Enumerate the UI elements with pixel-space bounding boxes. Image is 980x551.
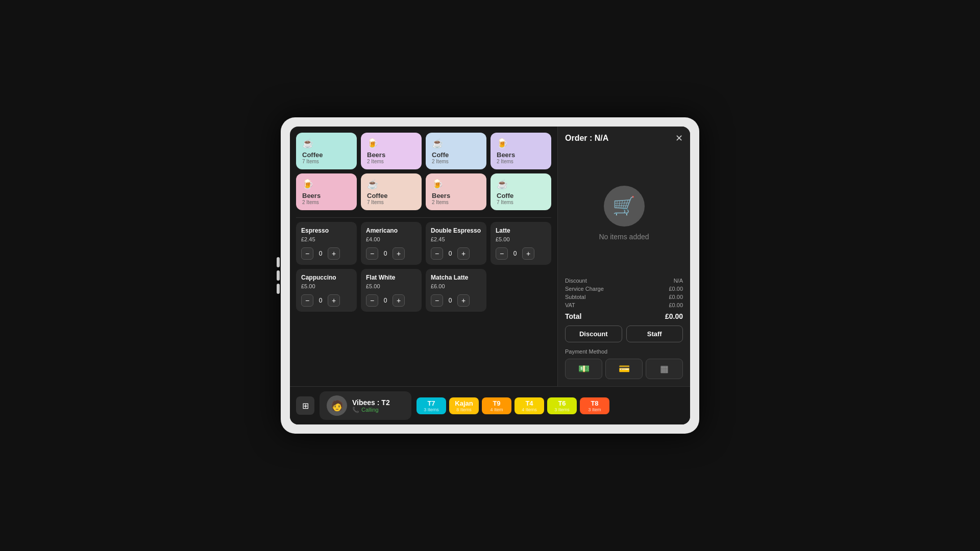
- cart-icon: 🛒: [604, 186, 645, 227]
- waiter-info: Vibees : T2 📞 Calling: [352, 398, 390, 413]
- cash-payment-button[interactable]: 💵: [565, 359, 602, 379]
- qty-value: 0: [446, 297, 454, 304]
- table-name: T8: [591, 399, 598, 407]
- qty-increase-button[interactable]: +: [393, 294, 405, 307]
- category-name: Beers: [302, 192, 351, 199]
- menu-item-price: £4.00: [366, 236, 416, 242]
- menu-item-card: Espresso £2.45 − 0 +: [296, 222, 357, 265]
- discount-value: N/A: [674, 278, 683, 284]
- qty-control: − 0 +: [366, 247, 416, 260]
- menu-item-price: £2.45: [431, 236, 481, 242]
- category-card-cat-coffee-1[interactable]: ☕ Coffee 7 Items: [296, 133, 357, 169]
- discount-label: Discount: [565, 278, 587, 284]
- menu-item-price: £5.00: [301, 283, 352, 289]
- total-label: Total: [565, 312, 581, 320]
- qty-decrease-button[interactable]: −: [431, 247, 443, 260]
- table-items: 3 Items: [424, 407, 439, 412]
- menu-item-price: £2.45: [301, 236, 352, 242]
- category-name: Coffe: [497, 192, 545, 199]
- right-panel: Order : N/A ✕ 🛒 No items added Discount …: [557, 127, 690, 386]
- waiter-name: Vibees : T2: [352, 398, 390, 407]
- category-name: Coffe: [432, 151, 480, 159]
- category-card-cat-beers-1[interactable]: 🍺 Beers 2 Items: [361, 133, 422, 169]
- table-items: 3 Item: [588, 407, 601, 412]
- table-tag-t6[interactable]: T6 3 Items: [547, 397, 577, 414]
- qty-value: 0: [316, 250, 325, 257]
- qty-decrease-button[interactable]: −: [301, 247, 313, 260]
- payment-methods: 💵 💳 ▦: [565, 359, 683, 379]
- qty-increase-button[interactable]: +: [328, 294, 340, 307]
- qty-control: − 0 +: [301, 294, 352, 307]
- main-area: ☕ Coffee 7 Items 🍺 Beers 2 Items ☕ Coffe…: [290, 127, 690, 386]
- menu-item-card: Matcha Latte £6.00 − 0 +: [426, 269, 486, 312]
- menu-item-card: Flat White £5.00 − 0 +: [361, 269, 422, 312]
- close-button[interactable]: ✕: [675, 134, 683, 143]
- table-tag-t8[interactable]: T8 3 Item: [580, 397, 609, 414]
- table-tag-t9[interactable]: T9 4 Item: [482, 397, 511, 414]
- menu-grid: Espresso £2.45 − 0 + Americano £4.00 − 0…: [296, 222, 551, 312]
- qty-increase-button[interactable]: +: [457, 294, 470, 307]
- category-card-cat-beers-4[interactable]: 🍺 Beers 2 Items: [426, 173, 486, 210]
- sidebar-toggle-button[interactable]: ⊞: [296, 396, 314, 415]
- qty-increase-button[interactable]: +: [393, 247, 405, 260]
- discount-button[interactable]: Discount: [565, 325, 622, 342]
- total-value: £0.00: [665, 312, 683, 320]
- category-card-cat-coffee-2[interactable]: ☕ Coffee 7 Items: [361, 173, 422, 210]
- menu-item-name: Espresso: [301, 227, 352, 234]
- menu-item-name: Flat White: [366, 274, 416, 281]
- table-tag-t7[interactable]: T7 3 Items: [416, 397, 446, 414]
- vat-row: VAT £0.00: [565, 302, 683, 308]
- qty-control: − 0 +: [301, 247, 352, 260]
- category-card-cat-coffe-1[interactable]: ☕ Coffe 2 Items: [426, 133, 486, 169]
- table-tag-kajan[interactable]: Kajan 8 Items: [449, 397, 479, 414]
- menu-item-name: Double Espresso: [431, 227, 481, 234]
- category-card-cat-beers-2[interactable]: 🍺 Beers 2 Items: [491, 133, 551, 169]
- qty-decrease-button[interactable]: −: [301, 294, 313, 307]
- qr-payment-button[interactable]: ▦: [646, 359, 683, 379]
- staff-button[interactable]: Staff: [626, 325, 683, 342]
- table-name: T7: [427, 399, 435, 407]
- category-item-count: 2 Items: [302, 199, 351, 205]
- qty-control: − 0 +: [431, 294, 481, 307]
- menu-item-price: £6.00: [431, 283, 481, 289]
- order-summary: Discount N/A Service Charge £0.00 Subtot…: [565, 278, 683, 379]
- empty-cart: 🛒 No items added: [565, 149, 683, 278]
- action-buttons: Discount Staff: [565, 325, 683, 342]
- table-name: T9: [493, 399, 500, 407]
- table-name: Kajan: [455, 399, 473, 407]
- category-item-count: 7 Items: [302, 159, 351, 164]
- waiter-avatar: 🧑: [327, 395, 347, 416]
- category-card-cat-beers-3[interactable]: 🍺 Beers 2 Items: [296, 173, 357, 210]
- waiter-card: 🧑 Vibees : T2 📞 Calling: [320, 391, 411, 420]
- menu-item-name: Americano: [366, 227, 416, 234]
- tablet-frame: ☕ Coffee 7 Items 🍺 Beers 2 Items ☕ Coffe…: [281, 117, 699, 434]
- discount-row: Discount N/A: [565, 278, 683, 284]
- left-panel: ☕ Coffee 7 Items 🍺 Beers 2 Items ☕ Coffe…: [290, 127, 557, 386]
- category-icon: ☕: [302, 138, 351, 149]
- qty-increase-button[interactable]: +: [457, 247, 470, 260]
- qty-increase-button[interactable]: +: [522, 247, 534, 260]
- total-row: Total £0.00: [565, 312, 683, 320]
- category-card-cat-coffe-2[interactable]: ☕ Coffe 7 Items: [491, 173, 551, 210]
- qty-increase-button[interactable]: +: [328, 247, 340, 260]
- menu-item-price: £5.00: [366, 283, 416, 289]
- service-charge-row: Service Charge £0.00: [565, 286, 683, 292]
- status-indicator: 📞: [352, 407, 359, 413]
- qty-decrease-button[interactable]: −: [366, 247, 378, 260]
- qty-decrease-button[interactable]: −: [431, 294, 443, 307]
- menu-item-card: Latte £5.00 − 0 +: [491, 222, 551, 265]
- qty-control: − 0 +: [496, 247, 546, 260]
- category-icon: ☕: [367, 179, 415, 190]
- category-name: Coffee: [302, 151, 351, 159]
- tables-grid: T7 3 Items Kajan 8 Items T9 4 Item T4 4 …: [416, 397, 684, 414]
- qty-value: 0: [446, 250, 454, 257]
- category-item-count: 2 Items: [432, 199, 480, 205]
- qty-decrease-button[interactable]: −: [366, 294, 378, 307]
- table-tag-t4[interactable]: T4 4 Items: [514, 397, 544, 414]
- vat-label: VAT: [565, 302, 575, 308]
- qty-control: − 0 +: [366, 294, 416, 307]
- category-icon: ☕: [497, 179, 545, 190]
- category-item-count: 2 Items: [432, 159, 480, 164]
- card-payment-button[interactable]: 💳: [605, 359, 643, 379]
- qty-decrease-button[interactable]: −: [496, 247, 508, 260]
